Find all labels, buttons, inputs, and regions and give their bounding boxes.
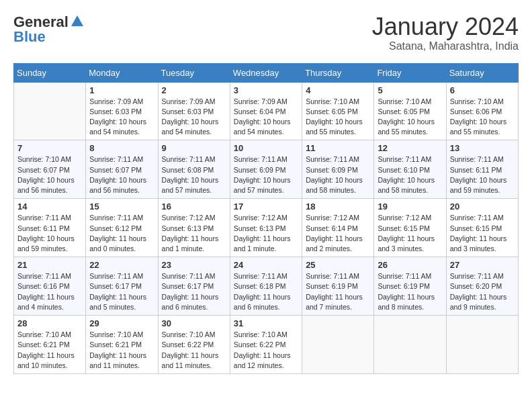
day-number: 29: [89, 318, 154, 328]
calendar-cell: 9Sunrise: 7:11 AM Sunset: 6:08 PM Daylig…: [158, 140, 230, 199]
calendar-cell: 16Sunrise: 7:12 AM Sunset: 6:13 PM Dayli…: [158, 199, 230, 257]
day-info: Sunrise: 7:09 AM Sunset: 6:03 PM Dayligh…: [89, 97, 154, 138]
calendar-header-monday: Monday: [86, 63, 158, 82]
day-info: Sunrise: 7:11 AM Sunset: 6:11 PM Dayligh…: [17, 213, 82, 254]
calendar-cell: 1Sunrise: 7:09 AM Sunset: 6:03 PM Daylig…: [86, 82, 158, 140]
calendar-table: SundayMondayTuesdayWednesdayThursdayFrid…: [13, 63, 519, 374]
day-info: Sunrise: 7:09 AM Sunset: 6:04 PM Dayligh…: [234, 97, 298, 138]
calendar-cell: 31Sunrise: 7:10 AM Sunset: 6:22 PM Dayli…: [230, 316, 302, 374]
day-info: Sunrise: 7:11 AM Sunset: 6:17 PM Dayligh…: [162, 271, 226, 312]
calendar-week-row: 7Sunrise: 7:10 AM Sunset: 6:07 PM Daylig…: [14, 140, 519, 199]
day-info: Sunrise: 7:10 AM Sunset: 6:05 PM Dayligh…: [306, 97, 370, 138]
calendar-cell: 20Sunrise: 7:11 AM Sunset: 6:15 PM Dayli…: [446, 199, 518, 257]
day-info: Sunrise: 7:10 AM Sunset: 6:21 PM Dayligh…: [89, 330, 154, 371]
calendar-cell: 24Sunrise: 7:11 AM Sunset: 6:18 PM Dayli…: [230, 257, 302, 316]
calendar-week-row: 28Sunrise: 7:10 AM Sunset: 6:21 PM Dayli…: [14, 316, 519, 374]
day-number: 31: [234, 318, 298, 328]
day-number: 18: [306, 201, 370, 212]
calendar-cell: 12Sunrise: 7:11 AM Sunset: 6:10 PM Dayli…: [374, 140, 446, 199]
calendar-cell: 18Sunrise: 7:12 AM Sunset: 6:14 PM Dayli…: [302, 199, 374, 257]
day-info: Sunrise: 7:11 AM Sunset: 6:18 PM Dayligh…: [234, 271, 298, 312]
day-number: 17: [234, 201, 298, 212]
day-info: Sunrise: 7:11 AM Sunset: 6:19 PM Dayligh…: [306, 271, 370, 312]
calendar-cell: 22Sunrise: 7:11 AM Sunset: 6:17 PM Dayli…: [86, 257, 158, 316]
calendar-week-row: 1Sunrise: 7:09 AM Sunset: 6:03 PM Daylig…: [14, 82, 519, 140]
day-info: Sunrise: 7:11 AM Sunset: 6:20 PM Dayligh…: [450, 271, 515, 312]
day-info: Sunrise: 7:11 AM Sunset: 6:16 PM Dayligh…: [17, 271, 82, 312]
day-info: Sunrise: 7:11 AM Sunset: 6:17 PM Dayligh…: [89, 271, 154, 312]
day-number: 4: [306, 85, 370, 95]
calendar-cell: 30Sunrise: 7:10 AM Sunset: 6:22 PM Dayli…: [158, 316, 230, 374]
day-info: Sunrise: 7:11 AM Sunset: 6:09 PM Dayligh…: [234, 154, 298, 195]
day-number: 12: [378, 143, 442, 153]
calendar-cell: 29Sunrise: 7:10 AM Sunset: 6:21 PM Dayli…: [86, 316, 158, 374]
calendar-cell: [14, 82, 86, 140]
day-number: 6: [450, 85, 515, 95]
month-title: January 2024: [372, 13, 519, 40]
day-info: Sunrise: 7:10 AM Sunset: 6:05 PM Dayligh…: [378, 97, 442, 138]
calendar-cell: 27Sunrise: 7:11 AM Sunset: 6:20 PM Dayli…: [446, 257, 518, 316]
calendar-cell: 7Sunrise: 7:10 AM Sunset: 6:07 PM Daylig…: [14, 140, 86, 199]
calendar-cell: [302, 316, 374, 374]
title-block: January 2024 Satana, Maharashtra, India: [372, 13, 519, 52]
calendar-cell: 2Sunrise: 7:09 AM Sunset: 6:03 PM Daylig…: [158, 82, 230, 140]
day-number: 30: [162, 318, 226, 328]
day-number: 9: [162, 143, 226, 153]
calendar-cell: 17Sunrise: 7:12 AM Sunset: 6:13 PM Dayli…: [230, 199, 302, 257]
day-number: 13: [450, 143, 515, 153]
day-info: Sunrise: 7:11 AM Sunset: 6:12 PM Dayligh…: [89, 213, 154, 254]
day-number: 3: [234, 85, 298, 95]
day-info: Sunrise: 7:11 AM Sunset: 6:08 PM Dayligh…: [162, 154, 226, 195]
calendar-header-row: SundayMondayTuesdayWednesdayThursdayFrid…: [14, 63, 519, 82]
calendar-cell: 14Sunrise: 7:11 AM Sunset: 6:11 PM Dayli…: [14, 199, 86, 257]
calendar-cell: 13Sunrise: 7:11 AM Sunset: 6:11 PM Dayli…: [446, 140, 518, 199]
svg-marker-0: [71, 15, 83, 26]
day-number: 7: [17, 143, 82, 153]
calendar-cell: 8Sunrise: 7:11 AM Sunset: 6:07 PM Daylig…: [86, 140, 158, 199]
day-number: 23: [162, 260, 226, 270]
calendar-cell: 11Sunrise: 7:11 AM Sunset: 6:09 PM Dayli…: [302, 140, 374, 199]
calendar-header-sunday: Sunday: [14, 63, 86, 82]
day-number: 8: [89, 143, 154, 153]
calendar-header-saturday: Saturday: [446, 63, 518, 82]
day-number: 21: [17, 260, 82, 270]
calendar-cell: 6Sunrise: 7:10 AM Sunset: 6:06 PM Daylig…: [446, 82, 518, 140]
calendar-header-wednesday: Wednesday: [230, 63, 302, 82]
day-info: Sunrise: 7:10 AM Sunset: 6:22 PM Dayligh…: [162, 330, 226, 371]
calendar-cell: 15Sunrise: 7:11 AM Sunset: 6:12 PM Dayli…: [86, 199, 158, 257]
calendar-cell: 23Sunrise: 7:11 AM Sunset: 6:17 PM Dayli…: [158, 257, 230, 316]
day-number: 24: [234, 260, 298, 270]
day-number: 10: [234, 143, 298, 153]
logo-icon: [70, 14, 85, 29]
day-number: 11: [306, 143, 370, 153]
day-info: Sunrise: 7:09 AM Sunset: 6:03 PM Dayligh…: [162, 97, 226, 138]
day-info: Sunrise: 7:10 AM Sunset: 6:21 PM Dayligh…: [17, 330, 82, 371]
calendar-cell: 19Sunrise: 7:12 AM Sunset: 6:15 PM Dayli…: [374, 199, 446, 257]
day-info: Sunrise: 7:12 AM Sunset: 6:13 PM Dayligh…: [234, 213, 298, 254]
page-header: General Blue January 2024 Satana, Mahara…: [13, 13, 519, 52]
day-number: 26: [378, 260, 442, 270]
calendar-cell: [374, 316, 446, 374]
day-info: Sunrise: 7:11 AM Sunset: 6:10 PM Dayligh…: [378, 154, 442, 195]
day-info: Sunrise: 7:10 AM Sunset: 6:06 PM Dayligh…: [450, 97, 515, 138]
day-number: 20: [450, 201, 515, 212]
calendar-cell: 10Sunrise: 7:11 AM Sunset: 6:09 PM Dayli…: [230, 140, 302, 199]
location-subtitle: Satana, Maharashtra, India: [372, 40, 519, 52]
day-info: Sunrise: 7:10 AM Sunset: 6:22 PM Dayligh…: [234, 330, 298, 371]
calendar-cell: 5Sunrise: 7:10 AM Sunset: 6:05 PM Daylig…: [374, 82, 446, 140]
logo-blue-text: Blue: [13, 28, 46, 46]
day-info: Sunrise: 7:10 AM Sunset: 6:07 PM Dayligh…: [17, 154, 82, 195]
day-info: Sunrise: 7:12 AM Sunset: 6:14 PM Dayligh…: [306, 213, 370, 254]
day-info: Sunrise: 7:12 AM Sunset: 6:13 PM Dayligh…: [162, 213, 226, 254]
calendar-cell: 28Sunrise: 7:10 AM Sunset: 6:21 PM Dayli…: [14, 316, 86, 374]
calendar-header-thursday: Thursday: [302, 63, 374, 82]
day-number: 27: [450, 260, 515, 270]
day-number: 16: [162, 201, 226, 212]
day-info: Sunrise: 7:11 AM Sunset: 6:09 PM Dayligh…: [306, 154, 370, 195]
calendar-cell: 25Sunrise: 7:11 AM Sunset: 6:19 PM Dayli…: [302, 257, 374, 316]
day-number: 15: [89, 201, 154, 212]
calendar-cell: [446, 316, 518, 374]
calendar-cell: 21Sunrise: 7:11 AM Sunset: 6:16 PM Dayli…: [14, 257, 86, 316]
calendar-header-friday: Friday: [374, 63, 446, 82]
day-info: Sunrise: 7:11 AM Sunset: 6:15 PM Dayligh…: [450, 213, 515, 254]
